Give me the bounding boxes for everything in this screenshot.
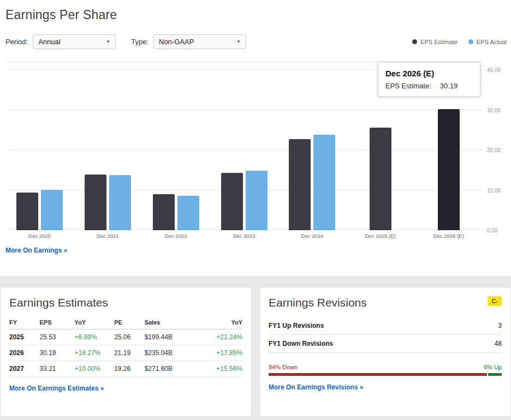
bar-eps-estimate[interactable] xyxy=(153,194,175,230)
column-header: YoY xyxy=(75,316,115,329)
table-cell: +10.00% xyxy=(75,361,115,377)
table-row: 202525.53+6.99%25.06$199.44B+21.24% xyxy=(9,329,242,345)
column-header: Sales xyxy=(145,316,196,329)
legend-actual-label: EPS Actual xyxy=(477,39,507,45)
y-axis-tick: 10.00 xyxy=(487,187,501,193)
revisions-grade-badge[interactable]: C- xyxy=(488,296,502,306)
chart-legend: EPS Estimate EPS Actual xyxy=(412,39,507,45)
x-axis-label: Dec 2021 xyxy=(74,233,142,239)
bar-eps-actual[interactable] xyxy=(246,171,268,230)
tooltip-series-label: EPS Estimate: xyxy=(385,82,431,90)
type-select[interactable]: Non-GAAP ▼ xyxy=(153,34,246,49)
revisions-rows: FY1 Up Revisions3FY1 Down Revisions48 xyxy=(269,317,502,353)
x-axis-label: Dec 2026 (E) xyxy=(414,233,483,239)
bar-group xyxy=(5,70,74,230)
legend-estimate-label: EPS Estimate xyxy=(420,39,457,45)
x-axis-label: Dec 2023 xyxy=(210,233,278,239)
chart-tooltip: Dec 2026 (E) EPS Estimate: 30.19 xyxy=(378,62,480,97)
table-cell: +15.56% xyxy=(196,361,242,377)
table-cell: +17.85% xyxy=(196,345,242,361)
table-cell: 33.21 xyxy=(40,361,75,377)
earnings-revisions-card: Earnings Revisions C- FY1 Up Revisions3F… xyxy=(259,287,511,417)
more-on-earnings-link[interactable]: More On Earnings » xyxy=(5,247,67,254)
chevron-down-icon: ▼ xyxy=(236,39,241,44)
table-cell: 2027 xyxy=(9,361,40,377)
legend-dot-actual-icon xyxy=(468,39,473,44)
y-axis: 0.0010.0020.0030.0040.00 xyxy=(483,61,511,230)
x-labels: Dec 2020Dec 2021Dec 2022Dec 2023Dec 2024… xyxy=(5,233,511,239)
revisions-meter-down-bar xyxy=(269,373,487,376)
eps-bar-chart: 0.0010.0020.0030.0040.00 Dec 2020Dec 202… xyxy=(5,61,511,239)
bar-group xyxy=(210,70,278,230)
y-axis-tick: 20.00 xyxy=(487,147,501,153)
legend-item-eps-actual[interactable]: EPS Actual xyxy=(468,39,507,45)
bar-eps-actual[interactable] xyxy=(313,135,335,230)
earnings-per-share-section: Earnings Per Share Period: Annual ▼ Type… xyxy=(0,0,511,255)
period-label: Period: xyxy=(5,38,28,46)
bar-eps-estimate[interactable] xyxy=(370,128,391,230)
bar-eps-estimate[interactable] xyxy=(289,139,311,230)
column-header: FY xyxy=(9,316,40,329)
type-select-value: Non-GAAP xyxy=(159,38,194,46)
table-cell: 30.19 xyxy=(40,345,75,361)
table-row: 202630.19+18.27%21.19$235.04B+17.85% xyxy=(9,345,242,361)
estimates-table: FYEPSYoYPESalesYoY202525.53+6.99%25.06$1… xyxy=(9,316,242,377)
table-cell: +18.27% xyxy=(75,345,115,361)
x-axis-label: Dec 2025 (E) xyxy=(346,233,414,239)
bar-eps-actual[interactable] xyxy=(41,190,63,230)
more-on-earnings-estimates-link[interactable]: More On Earnings Estimates » xyxy=(9,385,104,392)
table-cell: 25.53 xyxy=(40,329,75,345)
table-cell: 2026 xyxy=(9,345,40,361)
x-axis-label: Dec 2024 xyxy=(278,233,346,239)
table-cell: 19.26 xyxy=(114,361,145,377)
revision-label: FY1 Down Revisions xyxy=(269,340,333,347)
table-row: 202733.21+10.00%19.26$271.60B+15.56% xyxy=(9,361,242,377)
bar-eps-actual[interactable] xyxy=(109,175,131,230)
bar-group xyxy=(278,70,346,230)
bar-eps-actual[interactable] xyxy=(177,196,199,230)
bar-eps-estimate[interactable] xyxy=(221,173,243,230)
tooltip-title: Dec 2026 (E) xyxy=(385,69,473,78)
chart-controls: Period: Annual ▼ Type: Non-GAAP ▼ EPS Es… xyxy=(5,34,511,49)
bar-group xyxy=(142,70,210,230)
tooltip-value: 30.19 xyxy=(440,82,458,90)
revisions-up-label: 6% Up xyxy=(484,364,502,370)
revisions-meter-up-bar xyxy=(488,373,502,376)
table-cell: $199.44B xyxy=(145,329,196,345)
revisions-down-label: 94% Down xyxy=(269,364,298,370)
table-cell: $271.60B xyxy=(145,361,196,377)
more-on-earnings-revisions-link[interactable]: More On Earnings Revisions » xyxy=(269,383,363,391)
bar-eps-estimate[interactable] xyxy=(85,175,106,230)
page-title: Earnings Per Share xyxy=(5,8,511,22)
period-select[interactable]: Annual ▼ xyxy=(33,34,116,49)
legend-item-eps-estimate[interactable]: EPS Estimate xyxy=(412,39,457,45)
revision-value: 48 xyxy=(495,340,502,347)
y-axis-tick: 0.00 xyxy=(487,227,497,233)
column-header: EPS xyxy=(40,316,75,329)
revision-row: FY1 Down Revisions48 xyxy=(269,335,502,353)
period-select-value: Annual xyxy=(38,38,60,46)
revision-row: FY1 Up Revisions3 xyxy=(269,317,502,335)
earnings-estimates-title: Earnings Estimates xyxy=(9,296,108,309)
y-axis-tick: 30.00 xyxy=(487,107,501,113)
legend-dot-estimate-icon xyxy=(412,39,417,44)
x-axis-label: Dec 2020 xyxy=(5,233,74,239)
bar-eps-estimate[interactable] xyxy=(438,109,460,230)
bar-eps-estimate[interactable] xyxy=(16,193,38,230)
y-axis-tick: 40.00 xyxy=(487,67,501,73)
table-header-row: FYEPSYoYPESalesYoY xyxy=(9,316,242,329)
x-axis-label: Dec 2022 xyxy=(142,233,210,239)
column-header: YoY xyxy=(196,316,242,329)
revisions-meter xyxy=(269,373,502,376)
earnings-estimates-card: Earnings Estimates FYEPSYoYPESalesYoY202… xyxy=(0,287,252,417)
table-cell: +6.99% xyxy=(75,329,115,345)
column-header: PE xyxy=(114,316,145,329)
chevron-down-icon: ▼ xyxy=(106,39,110,44)
bottom-panels: Earnings Estimates FYEPSYoYPESalesYoY202… xyxy=(0,276,511,420)
revision-label: FY1 Up Revisions xyxy=(269,322,324,329)
type-label: Type: xyxy=(131,38,148,46)
table-cell: +21.24% xyxy=(196,329,242,345)
table-cell: 21.19 xyxy=(114,345,145,361)
table-cell: $235.04B xyxy=(145,345,196,361)
table-cell: 25.06 xyxy=(114,329,145,345)
